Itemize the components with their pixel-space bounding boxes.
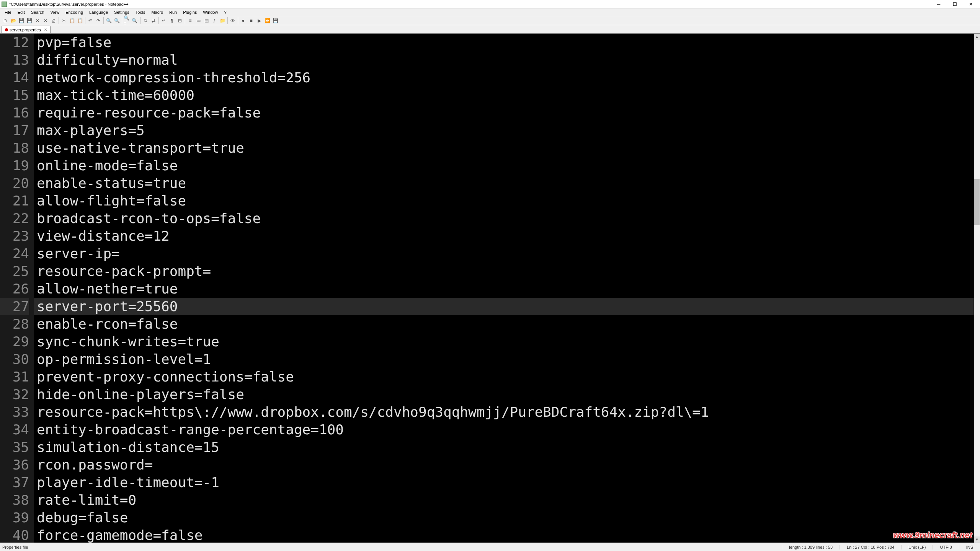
menu-encoding[interactable]: Encoding [62, 9, 86, 15]
play-multi-icon[interactable]: ⏩ [263, 17, 271, 24]
menu-edit[interactable]: Edit [15, 9, 28, 15]
sync-v-icon[interactable]: ⇅ [142, 17, 149, 24]
copy-icon[interactable]: 📋 [68, 17, 76, 24]
doc-list-icon[interactable]: ▤ [203, 17, 210, 24]
redo-icon[interactable]: ↷ [95, 17, 102, 24]
code-line[interactable]: enable-rcon=false [34, 315, 980, 333]
code-line[interactable]: view-distance=12 [34, 227, 980, 245]
menu-bar: File Edit Search View Encoding Language … [0, 8, 980, 16]
status-encoding[interactable]: UTF-8 [933, 545, 959, 549]
code-line[interactable]: debug=false [34, 509, 980, 527]
save-all-icon[interactable]: 💾 [26, 17, 33, 24]
cut-icon[interactable]: ✂ [60, 17, 68, 24]
menu-view[interactable]: View [47, 9, 63, 15]
replace-icon[interactable]: 🔍 [113, 17, 121, 24]
code-line[interactable]: resource-pack=https\://www.dropbox.com/s… [34, 403, 980, 421]
func-list-icon[interactable]: ƒ [211, 17, 218, 24]
code-line[interactable]: resource-pack-prompt= [34, 262, 980, 280]
undo-icon[interactable]: ↶ [87, 17, 94, 24]
menu-file[interactable]: File [2, 9, 15, 15]
code-line[interactable]: allow-flight=false [34, 192, 980, 210]
code-line[interactable]: player-idle-timeout=-1 [34, 474, 980, 491]
folder-icon[interactable]: 📁 [219, 17, 226, 24]
sync-h-icon[interactable]: ⇄ [150, 17, 157, 24]
code-line[interactable]: difficulty=normal [34, 51, 980, 69]
play-icon[interactable]: ▶ [255, 17, 263, 24]
menu-tools[interactable]: Tools [132, 9, 149, 15]
menu-settings[interactable]: Settings [111, 9, 132, 15]
status-bar: Properties file length : 1,309 lines : 5… [0, 543, 980, 551]
record-icon[interactable]: ● [239, 17, 247, 24]
code-line[interactable]: max-players=5 [34, 122, 980, 139]
menu-language[interactable]: Language [86, 9, 111, 15]
watermark: www.9minecraft.net [893, 530, 972, 540]
zoom-in-icon[interactable]: 🔍+ [123, 17, 131, 24]
modified-indicator-icon [5, 28, 8, 31]
code-content[interactable]: pvp=falsedifficulty=normalnetwork-compre… [34, 34, 980, 543]
save-icon[interactable]: 💾 [18, 17, 25, 24]
menu-plugins[interactable]: Plugins [180, 9, 200, 15]
wordwrap-icon[interactable]: ↵ [160, 17, 168, 24]
menu-search[interactable]: Search [28, 9, 47, 15]
minimize-button[interactable]: ─ [931, 1, 946, 8]
stop-icon[interactable]: ■ [247, 17, 255, 24]
code-line[interactable]: rcon.password= [34, 456, 980, 474]
tab-close-icon[interactable]: ✕ [44, 28, 47, 32]
close-all-icon[interactable]: ✕ [42, 17, 49, 24]
tab-server-properties[interactable]: server.properties ✕ [2, 26, 51, 33]
close-button[interactable]: ✕ [963, 1, 978, 8]
code-line[interactable]: network-compression-threshold=256 [34, 69, 980, 86]
code-line[interactable]: use-native-transport=true [34, 139, 980, 157]
vertical-scrollbar[interactable]: ▲ ▼ [974, 34, 980, 543]
title-bar: *C:\Users\tanmi\Desktop\Survival\server.… [0, 0, 980, 8]
code-line[interactable]: hide-online-players=false [34, 386, 980, 403]
scrollbar-thumb[interactable] [974, 179, 980, 225]
app-icon [2, 2, 7, 7]
scroll-up-icon[interactable]: ▲ [974, 34, 980, 40]
find-icon[interactable]: 🔍 [105, 17, 113, 24]
menu-help[interactable]: ? [221, 9, 229, 15]
allchars-icon[interactable]: ¶ [168, 17, 176, 24]
status-mode[interactable]: INS [959, 545, 980, 549]
menu-window[interactable]: Window [200, 9, 221, 15]
scroll-down-icon[interactable]: ▼ [974, 536, 980, 543]
zoom-out-icon[interactable]: 🔍- [131, 17, 139, 24]
code-line[interactable]: server-ip= [34, 245, 980, 262]
tab-bar: server.properties ✕ [0, 25, 980, 34]
editor-area[interactable]: 1213141516171819202122232425262728293031… [0, 34, 980, 543]
code-line[interactable]: simulation-distance=15 [34, 439, 980, 456]
code-line[interactable]: max-tick-time=60000 [34, 86, 980, 104]
code-line[interactable]: force-gamemode=false [34, 527, 980, 543]
code-line[interactable]: pvp=false [34, 34, 980, 51]
code-line[interactable]: allow-nether=true [34, 280, 980, 298]
status-position: Ln : 27 Col : 18 Pos : 704 [840, 545, 901, 549]
save-macro-icon[interactable]: 💾 [271, 17, 279, 24]
status-length: length : 1,309 lines : 53 [782, 545, 840, 549]
new-file-icon[interactable]: 🗋 [2, 17, 9, 24]
paste-icon[interactable]: 📋 [76, 17, 84, 24]
tab-label: server.properties [10, 28, 41, 32]
code-line[interactable]: broadcast-rcon-to-ops=false [34, 210, 980, 227]
indent-guide-icon[interactable]: ⊟ [176, 17, 184, 24]
menu-macro[interactable]: Macro [148, 9, 166, 15]
status-eol[interactable]: Unix (LF) [901, 545, 933, 549]
code-line[interactable]: rate-limit=0 [34, 491, 980, 509]
code-line[interactable]: online-mode=false [34, 157, 980, 174]
close-file-icon[interactable]: ✕ [34, 17, 41, 24]
code-line[interactable]: op-permission-level=1 [34, 350, 980, 368]
open-file-icon[interactable]: 📂 [10, 17, 17, 24]
menu-run[interactable]: Run [166, 9, 180, 15]
code-line[interactable]: server-port=25560 [34, 298, 980, 315]
code-line[interactable]: sync-chunk-writes=true [34, 333, 980, 350]
window-title: *C:\Users\tanmi\Desktop\Survival\server.… [9, 2, 931, 7]
print-icon[interactable]: 🖨 [50, 17, 57, 24]
code-line[interactable]: entity-broadcast-range-percentage=100 [34, 421, 980, 439]
monitor-icon[interactable]: 👁 [229, 17, 237, 24]
code-line[interactable]: require-resource-pack=false [34, 104, 980, 122]
code-line[interactable]: prevent-proxy-connections=false [34, 368, 980, 386]
code-line[interactable]: enable-status=true [34, 174, 980, 192]
doc-map-icon[interactable]: ▭ [194, 17, 202, 24]
udl-icon[interactable]: ≡ [186, 17, 194, 24]
maximize-button[interactable]: ☐ [947, 1, 962, 8]
status-filetype: Properties file [0, 545, 782, 549]
